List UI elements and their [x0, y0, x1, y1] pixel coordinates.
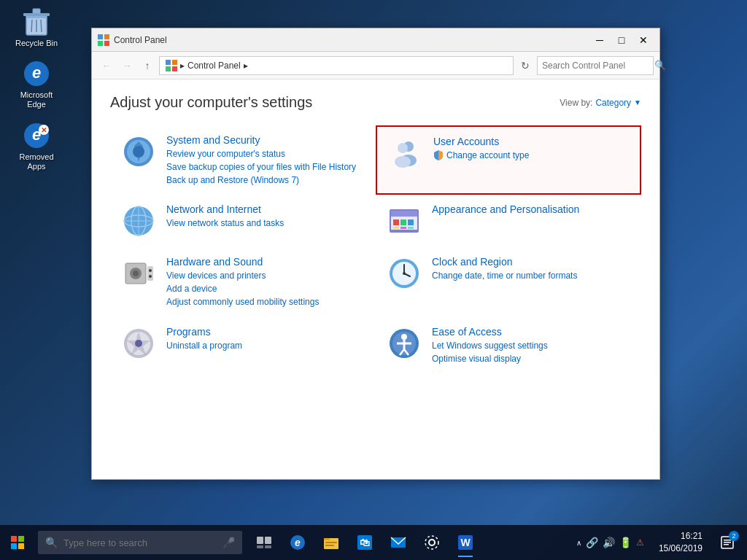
user-accounts-name[interactable]: User Accounts — [433, 136, 629, 147]
category-ease-of-access[interactable]: Ease of Access Let Windows suggest setti… — [376, 317, 641, 374]
systray: ∧ 🔗 🔊 🔋 ⚠ — [570, 537, 650, 548]
category-programs[interactable]: Programs Uninstall a program — [110, 317, 376, 374]
system-security-link-1[interactable]: Save backup copies of your files with Fi… — [166, 161, 365, 174]
svg-rect-38 — [408, 219, 414, 225]
svg-rect-37 — [400, 219, 406, 225]
network-icon[interactable]: 🔗 — [586, 537, 598, 548]
clock-date: 15/06/2019 — [659, 542, 703, 555]
svg-rect-70 — [265, 545, 271, 548]
svg-point-47 — [149, 275, 152, 278]
taskbar-mic-icon[interactable]: 🎤 — [222, 537, 235, 548]
system-security-content: System and Security Review your computer… — [166, 134, 365, 186]
control-panel-window: Control Panel ─ □ ✕ ← → ↑ ▸ Control Pane… — [91, 28, 660, 480]
taskbar-search-bar[interactable]: 🔍 🎤 — [38, 531, 242, 554]
svg-rect-67 — [257, 537, 263, 544]
clock-region-content: Clock and Region Change date, time or nu… — [432, 256, 630, 282]
categories-grid: System and Security Review your computer… — [110, 125, 641, 373]
search-box[interactable]: 🔍 — [537, 56, 654, 75]
hardware-sound-link-0[interactable]: View devices and printers — [166, 270, 365, 282]
start-button[interactable] — [0, 525, 35, 560]
svg-rect-75 — [325, 545, 334, 546]
edge-label: Microsoft Edge — [11, 90, 62, 109]
clock-region-link-0[interactable]: Change date, time or number formats — [432, 270, 630, 282]
view-by-value[interactable]: Category — [595, 98, 631, 108]
forward-button[interactable]: → — [118, 57, 136, 74]
hardware-sound-link-2[interactable]: Adjust commonly used mobility settings — [166, 296, 365, 308]
address-arrow: ▸ — [244, 61, 248, 71]
network-internet-name[interactable]: Network and Internet — [166, 203, 365, 215]
svg-point-58 — [401, 334, 407, 340]
taskbar-app-office[interactable]: W — [449, 526, 481, 559]
volume-icon[interactable]: 🔊 — [603, 537, 615, 548]
category-clock-region[interactable]: Clock and Region Change date, time or nu… — [376, 247, 641, 316]
category-hardware-sound[interactable]: Hardware and Sound View devices and prin… — [110, 247, 376, 316]
svg-point-27 — [395, 156, 411, 168]
system-security-links: Review your computer's status Save backu… — [166, 148, 365, 186]
ease-of-access-link-1[interactable]: Optimise visual display — [432, 353, 630, 365]
window-content: Adjust your computer's settings View by:… — [92, 79, 659, 479]
svg-rect-69 — [257, 545, 263, 548]
address-path[interactable]: ▸ Control Panel ▸ — [159, 56, 514, 75]
taskbar-app-mail[interactable] — [382, 526, 414, 559]
taskbar-search-input[interactable] — [63, 537, 217, 548]
taskbar-app-edge[interactable]: e — [282, 526, 314, 559]
programs-content: Programs Uninstall a program — [166, 326, 365, 352]
category-network-internet[interactable]: Network and Internet View network status… — [110, 195, 376, 247]
user-accounts-icon — [388, 136, 423, 171]
svg-rect-14 — [104, 34, 109, 39]
svg-rect-63 — [11, 536, 17, 542]
svg-text:W: W — [460, 537, 471, 548]
svg-rect-19 — [166, 66, 171, 71]
removed-apps-icon: e ✕ — [22, 121, 51, 150]
desktop-icon-removed-apps[interactable]: e ✕ Removed Apps — [11, 121, 62, 171]
user-accounts-link-0[interactable]: Change account type — [433, 149, 629, 162]
system-security-link-2[interactable]: Back up and Restore (Windows 7) — [166, 174, 365, 187]
content-header: Adjust your computer's settings View by:… — [110, 94, 641, 111]
view-by-dropdown-icon[interactable]: ▼ — [634, 98, 641, 106]
taskbar-app-store[interactable]: 🛍 — [349, 526, 381, 559]
programs-name[interactable]: Programs — [166, 326, 365, 338]
taskbar-clock[interactable]: 16:21 15/06/2019 — [653, 530, 708, 555]
maximize-button[interactable]: □ — [611, 32, 632, 48]
system-security-name[interactable]: System and Security — [166, 134, 365, 146]
svg-line-4 — [31, 20, 32, 32]
ease-of-access-links: Let Windows suggest settings Optimise vi… — [432, 340, 630, 365]
taskbar-task-view[interactable] — [248, 526, 280, 559]
recycle-bin-label: Recycle Bin — [15, 39, 58, 48]
svg-rect-35 — [391, 211, 417, 217]
ease-of-access-link-0[interactable]: Let Windows suggest settings — [432, 340, 630, 352]
taskbar-app-explorer[interactable] — [315, 526, 347, 559]
appearance-icon — [387, 203, 422, 238]
ease-of-access-name[interactable]: Ease of Access — [432, 326, 630, 338]
up-button[interactable]: ↑ — [139, 57, 156, 74]
view-by-control[interactable]: View by: Category ▼ — [560, 98, 641, 108]
taskbar-app-settings[interactable] — [416, 526, 448, 559]
category-user-accounts[interactable]: User Accounts Change account type — [376, 125, 641, 195]
svg-rect-13 — [98, 34, 103, 39]
systray-chevron[interactable]: ∧ — [576, 539, 581, 547]
svg-rect-18 — [172, 60, 177, 65]
programs-link-0[interactable]: Uninstall a program — [166, 340, 365, 352]
system-security-link-0[interactable]: Review your computer's status — [166, 148, 365, 160]
desktop-icon-edge[interactable]: e Microsoft Edge — [11, 59, 62, 109]
desktop-icon-recycle-bin[interactable]: Recycle Bin — [11, 7, 62, 48]
refresh-button[interactable]: ↻ — [516, 57, 534, 74]
back-button[interactable]: ← — [98, 57, 115, 74]
network-internet-link-0[interactable]: View network status and tasks — [166, 217, 365, 230]
minimize-button[interactable]: ─ — [589, 32, 610, 48]
svg-point-79 — [429, 540, 435, 545]
search-input[interactable] — [542, 61, 651, 71]
appearance-name[interactable]: Appearance and Personalisation — [432, 203, 630, 215]
hardware-sound-name[interactable]: Hardware and Sound — [166, 256, 365, 268]
taskbar: 🔍 🎤 e — [0, 525, 747, 560]
action-center-button[interactable]: 2 — [711, 526, 743, 559]
taskbar-apps: e 🛍 — [248, 526, 481, 559]
hardware-sound-link-1[interactable]: Add a device — [166, 283, 365, 295]
category-system-security[interactable]: System and Security Review your computer… — [110, 125, 376, 195]
clock-time: 16:21 — [659, 530, 703, 542]
category-appearance[interactable]: Appearance and Personalisation — [376, 195, 641, 247]
close-button[interactable]: ✕ — [633, 32, 654, 48]
clock-region-name[interactable]: Clock and Region — [432, 256, 630, 268]
svg-rect-64 — [18, 536, 24, 542]
svg-rect-74 — [325, 542, 337, 543]
